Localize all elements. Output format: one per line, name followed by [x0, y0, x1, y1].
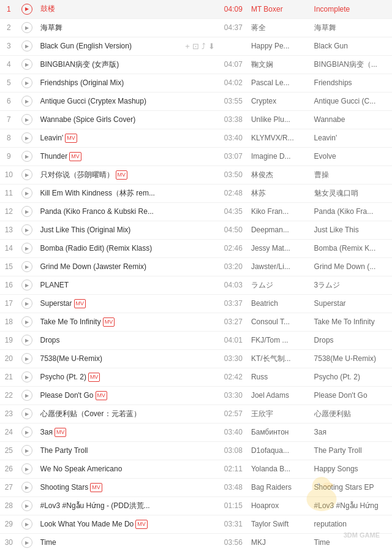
track-title-text[interactable]: 只对你说（莎朗曜晴）: [40, 170, 114, 180]
track-title-text[interactable]: Take Me To Infinity: [40, 317, 101, 326]
add-icon[interactable]: +: [185, 42, 190, 51]
track-album[interactable]: Shooting Stars EP: [311, 478, 392, 496]
track-artist[interactable]: Bag Raiders: [247, 478, 311, 496]
track-row[interactable]: 10▶只对你说（莎朗曜晴）MV03:50林俊杰曹操: [0, 165, 392, 184]
track-artist[interactable]: KT/长气制...: [247, 349, 311, 368]
track-title-text[interactable]: #Lov3 #Ngẫu Hứng - (PDD洪荒...: [40, 501, 150, 511]
play-button[interactable]: ▶: [21, 261, 32, 272]
track-album[interactable]: BINGBIAN病变（...: [311, 55, 392, 74]
track-title-text[interactable]: Look What You Made Me Do: [40, 520, 134, 528]
mv-badge[interactable]: MV: [116, 170, 128, 180]
track-album[interactable]: 心愿便利贴: [311, 405, 392, 423]
mv-badge[interactable]: MV: [96, 391, 108, 400]
track-artist[interactable]: Happy Pe...: [247, 37, 311, 55]
track-row[interactable]: 3▶Black Gun (English Version)+⊡⤴⬇Happy P…: [0, 37, 392, 55]
play-button[interactable]: ▶: [21, 224, 32, 235]
play-button[interactable]: ▶: [21, 390, 32, 401]
track-artist[interactable]: Pascal Le...: [247, 74, 311, 92]
track-row[interactable]: 16▶PLANET04:03ラムジ3ラムジ: [0, 276, 392, 294]
play-button[interactable]: ▶: [21, 206, 32, 217]
track-title-text[interactable]: Just Like This (Original Mix): [40, 226, 131, 234]
track-row[interactable]: 25▶The Party Troll03:08D1ofaqua...The Pa…: [0, 441, 392, 460]
play-button[interactable]: ▶: [21, 353, 32, 364]
track-artist[interactable]: Kiko Fran...: [247, 202, 311, 221]
track-artist[interactable]: MT Boxer: [247, 0, 311, 18]
track-album[interactable]: Grind Me Down (...: [311, 257, 392, 276]
track-row[interactable]: 30▶Time03:56MKJTime: [0, 533, 392, 551]
mv-badge[interactable]: MV: [74, 299, 86, 308]
track-artist[interactable]: Deepman...: [247, 221, 311, 239]
track-album[interactable]: 海草舞: [311, 18, 392, 37]
track-row[interactable]: 14▶Bomba (Radio Edit) (Remix Klass)02:46…: [0, 239, 392, 257]
track-album[interactable]: Antique Gucci (C...: [311, 92, 392, 110]
track-album[interactable]: Psycho (Pt. 2): [311, 368, 392, 386]
play-button[interactable]: ▶: [21, 40, 32, 51]
track-album[interactable]: reputation: [311, 515, 392, 533]
track-album[interactable]: Just Like This: [311, 221, 392, 239]
play-button[interactable]: ▶: [21, 537, 32, 548]
track-title-text[interactable]: Please Don't Go: [40, 391, 94, 400]
track-title-text[interactable]: Зая: [40, 428, 53, 436]
track-album[interactable]: The Party Troll: [311, 441, 392, 460]
play-button[interactable]: ▶: [21, 59, 32, 70]
track-artist[interactable]: Бамбинтон: [247, 423, 311, 441]
track-album[interactable]: Superstar: [311, 294, 392, 313]
track-row[interactable]: 1▶鼓楼04:09MT BoxerIncomplete: [0, 0, 392, 18]
track-row[interactable]: 4▶BINGBIAN病变 (女声版)04:07鞠文娴BINGBIAN病变（...: [0, 55, 392, 74]
play-button[interactable]: ▶: [21, 22, 32, 33]
mv-badge[interactable]: MV: [55, 428, 67, 437]
track-row[interactable]: 2▶海草舞04:37蒋全海草舞: [0, 18, 392, 37]
track-title-text[interactable]: Superstar: [40, 299, 72, 308]
track-artist[interactable]: D1ofaqua...: [247, 441, 311, 460]
track-title-text[interactable]: 海草舞: [40, 23, 62, 33]
track-album[interactable]: Wannabe: [311, 110, 392, 129]
track-title-text[interactable]: 鼓楼: [40, 4, 55, 14]
track-title-text[interactable]: Panda (Kiko Franco & Kubski Re...: [40, 207, 154, 216]
play-button[interactable]: ▶: [21, 371, 32, 382]
track-row[interactable]: 18▶Take Me To InfinityMV03:27Consoul T..…: [0, 313, 392, 331]
track-title-text[interactable]: Antique Gucci (Cryptex Mashup): [40, 97, 146, 105]
track-artist[interactable]: Cryptex: [247, 92, 311, 110]
play-button[interactable]: ▶: [21, 279, 32, 291]
track-album[interactable]: Panda (Kiko Fra...: [311, 202, 392, 221]
track-album[interactable]: Зая: [311, 423, 392, 441]
track-artist[interactable]: Consoul T...: [247, 313, 311, 331]
track-row[interactable]: 15▶Grind Me Down (Jawster Remix)03:20Jaw…: [0, 257, 392, 276]
track-album[interactable]: Time: [311, 533, 392, 551]
track-artist[interactable]: 鞠文娴: [247, 55, 311, 74]
track-album[interactable]: Take Me To Infinity: [311, 313, 392, 331]
track-artist[interactable]: Hoaprox: [247, 496, 311, 515]
track-row[interactable]: 12▶Panda (Kiko Franco & Kubski Re...04:3…: [0, 202, 392, 221]
play-button[interactable]: ▶: [21, 316, 32, 327]
track-row[interactable]: 28▶#Lov3 #Ngẫu Hứng - (PDD洪荒...01:15Hoap…: [0, 496, 392, 515]
track-album[interactable]: #Lov3 #Ngẫu Hứng: [311, 496, 392, 515]
track-row[interactable]: 20▶7538(Me U-Remix)03:30KT/长气制...7538(Me…: [0, 349, 392, 368]
track-artist[interactable]: Unlike Plu...: [247, 110, 311, 129]
track-artist[interactable]: Joel Adams: [247, 386, 311, 405]
track-title-text[interactable]: Wannabe (Spice Girls Cover): [40, 115, 136, 124]
track-artist[interactable]: Taylor Swift: [247, 515, 311, 533]
track-row[interactable]: 8▶Leavin'MV03:40KLYMVX/R...Leavin': [0, 129, 392, 147]
track-title-text[interactable]: Bomba (Radio Edit) (Remix Klass): [40, 244, 153, 253]
track-row[interactable]: 29▶Look What You Made Me DoMV03:31Taylor…: [0, 515, 392, 533]
folder-icon[interactable]: ⊡: [192, 42, 199, 51]
track-album[interactable]: Black Gun: [311, 37, 392, 55]
track-artist[interactable]: Jawster/Li...: [247, 257, 311, 276]
track-artist[interactable]: Beatrich: [247, 294, 311, 313]
track-title-text[interactable]: Thunder: [40, 152, 68, 161]
track-row[interactable]: 11▶Kill Em With Kindness（林苏 rem...02:48林…: [0, 184, 392, 202]
track-artist[interactable]: KLYMVX/R...: [247, 129, 311, 147]
track-row[interactable]: 24▶ЗаяMV03:40БамбинтонЗая: [0, 423, 392, 441]
track-title-text[interactable]: Black Gun (English Version): [40, 42, 132, 50]
track-artist[interactable]: 王欣宇: [247, 405, 311, 423]
share-icon[interactable]: ⤴: [202, 42, 206, 51]
track-artist[interactable]: 林俊杰: [247, 165, 311, 184]
play-button[interactable]: ▶: [21, 132, 32, 143]
track-album[interactable]: 7538(Me U-Remix): [311, 349, 392, 368]
track-row[interactable]: 9▶ThunderMV03:07Imagine D...Evolve: [0, 147, 392, 165]
mv-badge[interactable]: MV: [88, 373, 100, 382]
play-button[interactable]: ▶: [21, 96, 32, 107]
track-row[interactable]: 17▶SuperstarMV03:37BeatrichSuperstar: [0, 294, 392, 313]
track-artist[interactable]: Jessy Mat...: [247, 239, 311, 257]
mv-badge[interactable]: MV: [135, 520, 148, 529]
